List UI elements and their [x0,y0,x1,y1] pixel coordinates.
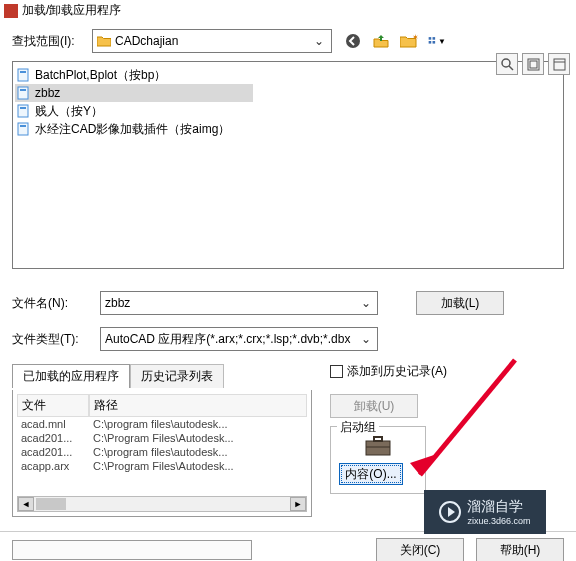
svg-rect-15 [20,89,26,91]
load-button[interactable]: 加载(L) [416,291,504,315]
svg-rect-13 [20,71,26,73]
lookin-label: 查找范围(I): [12,33,84,50]
svg-line-7 [509,66,513,70]
list-item[interactable]: zbbz [15,84,253,102]
scroll-left-icon[interactable]: ◄ [18,497,34,511]
lisp-file-icon [17,122,31,136]
svg-rect-3 [433,37,436,40]
svg-rect-21 [374,437,382,441]
svg-rect-20 [366,441,390,455]
status-box [12,540,252,560]
tab-loaded-apps[interactable]: 已加载的应用程序 [12,364,130,388]
lookin-combo[interactable]: CADchajian ⌄ [92,29,332,53]
table-row[interactable]: acapp.arxC:\Program Files\Autodesk... [17,459,307,473]
chevron-down-icon: ⌄ [359,296,373,310]
up-one-level-icon[interactable] [372,32,390,50]
chevron-down-icon: ⌄ [359,332,373,346]
table-row[interactable]: acad.mnlC:\program files\autodesk... [17,417,307,431]
folder-icon [97,35,111,47]
app-icon [4,4,18,18]
lisp-file-icon [17,68,31,82]
svg-rect-5 [433,41,436,44]
scroll-thumb[interactable] [36,498,66,510]
file-name: BatchPlot,Bplot（按bp） [35,66,166,84]
add-to-history-checkbox[interactable] [330,365,343,378]
file-name: 贱人（按Y） [35,102,103,120]
close-button[interactable]: 关闭(C) [376,538,464,561]
suitcase-icon [364,435,392,457]
watermark-brand: 溜溜自学 [467,498,523,514]
list-item[interactable]: 贱人（按Y） [15,102,561,120]
svg-rect-18 [18,123,28,135]
svg-rect-12 [18,69,28,81]
filetype-label: 文件类型(T): [12,331,92,348]
views-icon[interactable]: ▼ [428,32,446,50]
loaded-apps-panel: 文件 路径 acad.mnlC:\program files\autodesk.… [12,389,312,517]
chevron-down-icon: ⌄ [311,34,327,48]
col-path[interactable]: 路径 [89,394,307,417]
startup-group-label: 启动组 [337,419,379,436]
svg-rect-19 [20,125,26,127]
filetype-value: AutoCAD 应用程序(*.arx;*.crx;*.lsp;*.dvb;*.d… [105,331,359,348]
watermark: 溜溜自学 zixue.3d66.com [424,490,546,534]
watermark-url: zixue.3d66.com [467,516,530,526]
svg-rect-17 [20,107,26,109]
list-item[interactable]: 水经注CAD影像加载插件（按aimg） [15,120,561,138]
svg-text:✶: ✶ [412,34,418,42]
horizontal-scrollbar[interactable]: ◄ ► [17,496,307,512]
tab-history[interactable]: 历史记录列表 [130,364,224,388]
new-folder-icon[interactable]: ✶ [400,32,418,50]
unload-button: 卸载(U) [330,394,418,418]
window-title: 加载/卸载应用程序 [22,2,121,19]
svg-rect-4 [429,41,432,44]
file-name: 水经注CAD影像加载插件（按aimg） [35,120,230,138]
filetype-select[interactable]: AutoCAD 应用程序(*.arx;*.crx;*.lsp;*.dvb;*.d… [100,327,378,351]
filename-input[interactable]: zbbz ⌄ [100,291,378,315]
svg-rect-10 [554,59,565,70]
svg-point-0 [346,34,360,48]
startup-group: 启动组 内容(O)... [330,426,426,494]
svg-point-6 [502,59,510,67]
tools-icon[interactable] [548,53,570,75]
svg-rect-2 [429,37,432,40]
table-row[interactable]: acad201...C:\program files\autodesk... [17,445,307,459]
lisp-file-icon [17,104,31,118]
filename-label: 文件名(N): [12,295,92,312]
back-icon[interactable] [344,32,362,50]
scroll-right-icon[interactable]: ► [290,497,306,511]
search-icon[interactable] [496,53,518,75]
file-name: zbbz [35,84,60,102]
svg-rect-9 [530,61,537,68]
favorites-icon[interactable] [522,53,544,75]
table-row[interactable]: acad201...C:\Program Files\Autodesk... [17,431,307,445]
add-to-history-label: 添加到历史记录(A) [347,363,447,380]
contents-button[interactable]: 内容(O)... [339,463,403,485]
lookin-value: CADchajian [115,34,307,48]
file-list[interactable]: BatchPlot,Bplot（按bp） zbbz 贱人（按Y） 水经注CAD影… [12,61,564,269]
filename-value: zbbz [105,296,359,310]
col-file[interactable]: 文件 [17,394,89,417]
list-item[interactable]: BatchPlot,Bplot（按bp） [15,66,561,84]
lisp-file-icon [17,86,31,100]
svg-rect-14 [18,87,28,99]
help-button[interactable]: 帮助(H) [476,538,564,561]
play-icon [439,501,461,523]
loaded-apps-grid[interactable]: acad.mnlC:\program files\autodesk... aca… [17,417,307,494]
svg-rect-16 [18,105,28,117]
